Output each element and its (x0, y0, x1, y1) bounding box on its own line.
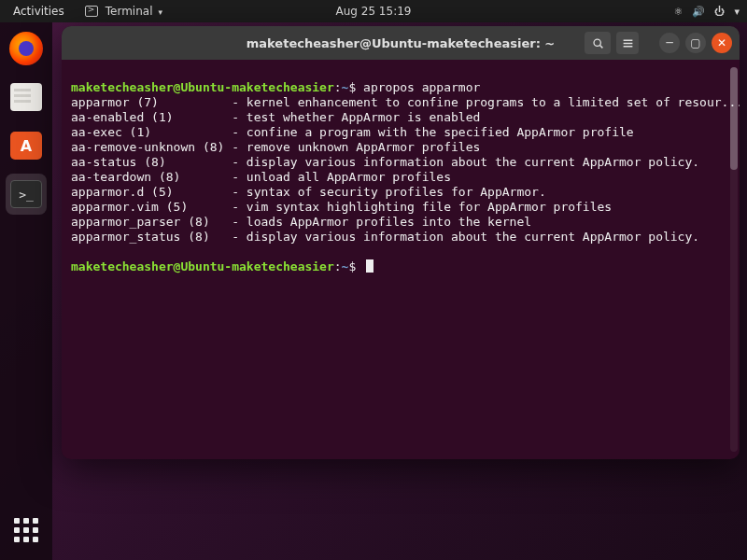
dock-item-firefox[interactable] (6, 28, 47, 69)
gnome-topbar: Activities Terminal Aug 25 15:19 ⚛ 🔊 ⏻ ▾ (0, 0, 747, 22)
terminal-output: apparmor (7) - kernel enhancement to con… (71, 95, 740, 244)
terminal-icon (85, 6, 98, 17)
prompt-user-host: maketecheasher@Ubuntu-maketecheasier (71, 80, 334, 94)
software-icon (10, 132, 42, 160)
prompt-user-host: maketecheasher@Ubuntu-maketecheasier (71, 259, 334, 273)
prompt-symbol: $ (348, 259, 356, 273)
hamburger-menu-button[interactable] (616, 32, 639, 54)
app-menu-label: Terminal (106, 5, 153, 18)
dock-item-software[interactable] (6, 125, 47, 166)
terminal-window: maketecheasher@Ubuntu-maketecheasier: ~ … (62, 26, 740, 459)
text-cursor (366, 259, 374, 273)
network-icon: ⚛ (674, 6, 684, 18)
maximize-button[interactable]: ▢ (685, 33, 706, 53)
dock-item-files[interactable] (6, 77, 47, 118)
minimize-button[interactable]: ─ (659, 33, 680, 53)
search-button[interactable] (585, 32, 611, 54)
command-text: apropos apparmor (363, 80, 480, 94)
app-menu[interactable]: Terminal (79, 5, 168, 18)
close-button[interactable]: ✕ (712, 33, 732, 53)
clock[interactable]: Aug 25 15:19 (336, 5, 412, 18)
terminal-titlebar[interactable]: maketecheasher@Ubuntu-maketecheasier: ~ … (62, 26, 740, 60)
prompt-symbol: $ (348, 80, 356, 94)
power-icon: ⏻ (714, 6, 725, 18)
maximize-icon: ▢ (690, 36, 700, 49)
hamburger-icon (622, 37, 634, 49)
dock-item-terminal[interactable]: >_ (6, 174, 47, 215)
firefox-icon (9, 32, 43, 65)
minimize-icon: ─ (666, 36, 672, 49)
files-icon (10, 83, 42, 111)
system-status-area[interactable]: ⚛ 🔊 ⏻ ▾ (674, 6, 740, 18)
show-applications-button[interactable] (6, 510, 47, 551)
launcher-dock: >_ (0, 22, 52, 560)
scrollbar-thumb[interactable] (730, 67, 738, 170)
svg-line-1 (599, 45, 602, 48)
terminal-body[interactable]: maketecheasher@Ubuntu-maketecheasier:~$ … (62, 60, 740, 459)
search-icon (592, 37, 604, 49)
volume-icon: 🔊 (692, 6, 705, 18)
caret-down-icon (156, 5, 162, 18)
caret-down-icon: ▾ (734, 6, 740, 18)
terminal-icon: >_ (10, 180, 42, 208)
close-icon: ✕ (717, 36, 726, 49)
svg-point-0 (594, 39, 600, 46)
window-title: maketecheasher@Ubuntu-maketecheasier: ~ (247, 36, 556, 50)
activities-button[interactable]: Activities (7, 5, 70, 18)
